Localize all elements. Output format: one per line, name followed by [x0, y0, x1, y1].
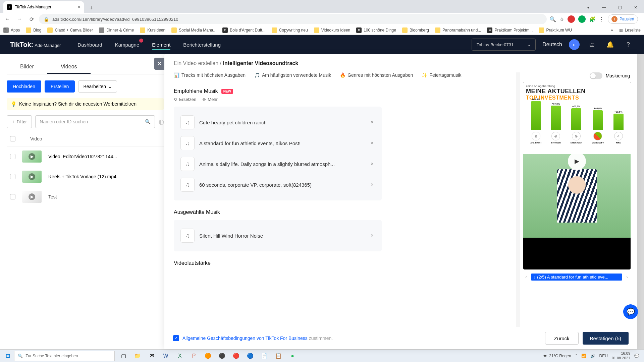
volume-icon[interactable]: 🔊: [590, 354, 595, 358]
cat-top-spend[interactable]: 📊Tracks mit höchsten Ausgaben: [174, 72, 246, 78]
chrome-icon[interactable]: 🔴: [229, 350, 243, 362]
bell-icon[interactable]: 🔔: [604, 39, 616, 50]
music-item[interactable]: ♫ Silent Hill Wind Horror Noise ×: [179, 225, 376, 246]
close-window-icon[interactable]: ✕: [628, 2, 643, 13]
language-label[interactable]: Deutsch: [542, 42, 562, 48]
tab-bilder[interactable]: Bilder: [7, 60, 47, 74]
breadcrumb-parent[interactable]: Ein Video erstellen: [174, 60, 218, 66]
back-icon[interactable]: ←: [3, 14, 12, 24]
menu-icon[interactable]: ⋮: [599, 16, 604, 22]
taskbar-search[interactable]: 🔍 Zur Suche Text hier eingeben: [14, 351, 115, 361]
remove-track-button[interactable]: ×: [369, 119, 375, 125]
minimize-icon[interactable]: —: [596, 2, 612, 13]
lang-indicator[interactable]: DEU: [599, 354, 608, 358]
back-button[interactable]: Zurück: [545, 332, 579, 345]
clock[interactable]: 16:09 01.08.2021: [612, 351, 630, 360]
next-track-button[interactable]: ›: [625, 273, 629, 281]
address-bar[interactable]: 🔒 ads.tiktok.com/i18n/library/video?aadv…: [39, 14, 547, 24]
puzzle-icon[interactable]: 🧩: [589, 16, 596, 22]
app-icon[interactable]: 🟠: [201, 350, 215, 362]
row-checkbox[interactable]: [10, 154, 15, 159]
app3-icon[interactable]: 📋: [272, 350, 285, 362]
app2-icon[interactable]: 📄: [258, 350, 271, 362]
mask-toggle[interactable]: [590, 72, 602, 79]
video-thumbnail[interactable]: [22, 191, 42, 203]
create-button[interactable]: Erstellen: [45, 80, 75, 93]
select-all-checkbox[interactable]: [10, 136, 15, 141]
account-dot-icon[interactable]: ●: [581, 2, 596, 13]
nav-bericht[interactable]: Berichterstellung: [183, 36, 221, 54]
tray-chevron-icon[interactable]: ˄: [575, 354, 577, 358]
nav-element[interactable]: Element: [152, 36, 170, 54]
scrollbar[interactable]: [516, 72, 520, 327]
remove-track-button[interactable]: ×: [369, 233, 375, 239]
apps-bookmark[interactable]: ⊞Apps: [3, 27, 20, 33]
play-button[interactable]: ▶: [568, 152, 586, 170]
filter-button[interactable]: +Filter: [7, 115, 32, 128]
account-selector[interactable]: Tobias Becker0731⌄: [472, 39, 536, 51]
edge-icon[interactable]: 🔵: [244, 350, 257, 362]
video-thumbnail[interactable]: [22, 150, 42, 163]
terms-checkbox[interactable]: ✓: [173, 335, 179, 341]
start-button[interactable]: ⊞: [1, 350, 14, 362]
notifications-icon[interactable]: 💬: [634, 354, 639, 358]
more-button[interactable]: ⊕Mehr: [202, 97, 218, 102]
bookmark-item[interactable]: Blog: [26, 27, 41, 33]
current-track-chip[interactable]: ♪ (2/5) A standard for fun athletic eve.…: [531, 274, 623, 281]
search-input[interactable]: Namen oder ID suchen 🔍: [35, 115, 155, 128]
user-avatar[interactable]: u: [569, 39, 580, 50]
bookmark-item[interactable]: inPraktikum Projektm...: [487, 27, 533, 33]
bookmark-item[interactable]: Dinner & Crime: [99, 27, 134, 33]
wifi-icon[interactable]: 📶: [581, 354, 586, 358]
briefcase-icon[interactable]: 🗂: [586, 39, 598, 50]
tab-videos[interactable]: Videos: [47, 60, 91, 74]
word-icon[interactable]: W: [159, 350, 172, 362]
zoom-icon[interactable]: 🔍: [549, 16, 556, 22]
remove-track-button[interactable]: ×: [369, 161, 375, 167]
video-row[interactable]: Test: [7, 187, 164, 207]
row-checkbox[interactable]: [10, 174, 15, 179]
video-row[interactable]: Reels + TikTok Vorlage (12).mp4: [7, 167, 164, 187]
bookmark-item[interactable]: Social Media Mana...: [171, 27, 216, 33]
powerpoint-icon[interactable]: P: [187, 350, 201, 362]
replace-button[interactable]: ↻Ersetzen: [174, 97, 196, 102]
new-tab-button[interactable]: +: [87, 3, 96, 13]
video-row[interactable]: Video_EditorVideo1627821144...: [7, 146, 164, 167]
ext1-icon[interactable]: [568, 15, 575, 23]
bookmark-item[interactable]: B100 schöne Dinge: [356, 27, 396, 33]
bookmark-item[interactable]: Praktikum WU: [539, 27, 572, 33]
reload-icon[interactable]: ⟳: [27, 14, 36, 24]
prev-track-button[interactable]: ‹: [524, 273, 528, 281]
profile-chip[interactable]: T Pausiert: [608, 14, 638, 24]
bookmark-item[interactable]: Copywriting neu: [272, 27, 308, 33]
column-video[interactable]: Video: [30, 136, 42, 141]
help-icon[interactable]: ?: [623, 39, 634, 50]
ext2-icon[interactable]: [578, 15, 586, 23]
star-icon[interactable]: ☆: [559, 16, 564, 22]
music-item[interactable]: ♫ A standard for fun athletic events, Xi…: [179, 133, 376, 154]
bookmark-item[interactable]: Videokurs Ideen: [314, 27, 351, 33]
nav-dashboard[interactable]: Dashboard: [77, 36, 102, 54]
bookmark-item[interactable]: Panoramabahn und...: [435, 27, 481, 33]
music-item[interactable]: ♫ 60 seconds, corporate VP, corporate, s…: [179, 174, 376, 195]
browser-tab[interactable]: ♪ TikTok Ads-Manager ×: [3, 1, 84, 13]
remove-track-button[interactable]: ×: [369, 140, 375, 146]
close-tab-icon[interactable]: ×: [78, 4, 80, 10]
logo[interactable]: TikTok:Ads-Manager: [10, 41, 61, 49]
cat-most-used[interactable]: 🎵Am häufigsten verwendete Musik: [254, 72, 331, 78]
help-fab[interactable]: 💬: [623, 304, 638, 319]
row-checkbox[interactable]: [10, 194, 15, 199]
close-modal-button[interactable]: ✕: [154, 58, 164, 70]
spotify-icon[interactable]: ●: [286, 350, 299, 362]
video-preview[interactable]: keine Anlageberatung MEINE AKTUELLEN TOP…: [523, 82, 631, 269]
cat-holiday[interactable]: ✨Feiertagsmusik: [422, 72, 461, 78]
remove-track-button[interactable]: ×: [369, 182, 375, 188]
confirm-button[interactable]: Bestätigen (5): [583, 332, 629, 345]
task-view-icon[interactable]: ▢: [117, 350, 130, 362]
reading-list[interactable]: ▥Leseliste: [619, 28, 641, 33]
maximize-icon[interactable]: ▢: [612, 2, 628, 13]
nav-kampagne[interactable]: Kampagne: [115, 36, 140, 54]
inspiration-tip[interactable]: 💡 Keine Inspiration? Sieh dir die neuest…: [7, 98, 164, 110]
weather-widget[interactable]: 🌧 21°C Regen: [543, 354, 571, 358]
mail-icon[interactable]: ✉: [145, 350, 158, 362]
